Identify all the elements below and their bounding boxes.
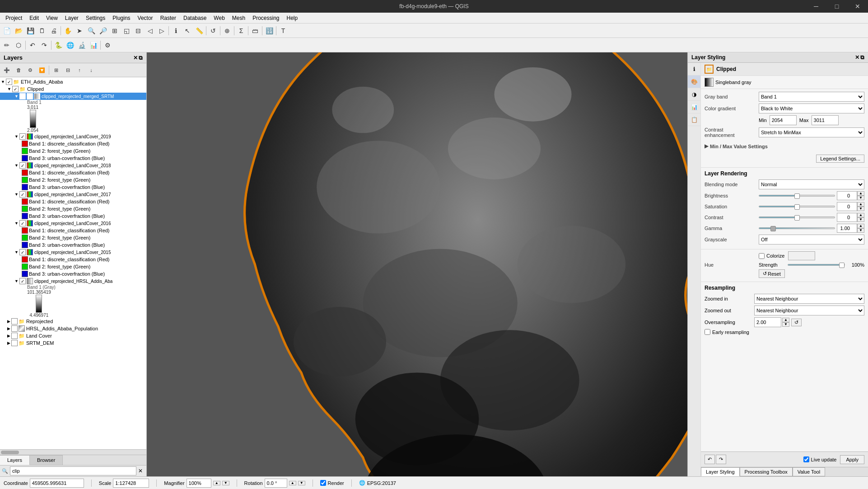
brightness-value-input[interactable] [837, 191, 857, 200]
magnifier-up[interactable]: ▲ [213, 481, 220, 485]
layer-checkbox[interactable] [11, 333, 18, 339]
undo-styling-button[interactable]: ↶ [705, 455, 715, 464]
open-project-button[interactable]: 📂 [13, 25, 24, 37]
gamma-down[interactable]: ▼ [857, 228, 864, 233]
horizontal-scrollbar[interactable] [0, 449, 146, 455]
reset-button[interactable]: ↺ Reset [759, 269, 785, 278]
zoom-custom-button[interactable]: ⊕ [221, 25, 233, 37]
oversampling-reset-button[interactable]: ↺ [791, 319, 802, 326]
plugin2-button[interactable]: 🔬 [76, 39, 88, 51]
menu-vector[interactable]: Vector [134, 14, 157, 22]
oversampling-up[interactable]: ▲ [782, 318, 789, 322]
styling-icon-metadata[interactable]: 📋 [688, 113, 700, 126]
layer-checkbox2[interactable] [27, 93, 33, 99]
select-button[interactable]: ↖ [182, 25, 193, 37]
filter-layers-button[interactable]: 🔽 [36, 64, 48, 76]
layer-checkbox[interactable] [19, 93, 26, 99]
menu-settings[interactable]: Settings [82, 14, 109, 22]
layer-hrsl[interactable]: ▼ clipped_reprojected_HRSL_Addis_Aba [0, 277, 146, 285]
magnifier-down[interactable]: ▼ [222, 481, 229, 485]
search-input[interactable] [10, 466, 136, 475]
digitize-button[interactable]: ✏ [1, 39, 13, 51]
brightness-track[interactable] [759, 195, 835, 197]
layer-land-cover[interactable]: ▶ 📁 Land Cover [0, 332, 146, 339]
layer-checkbox[interactable] [12, 86, 19, 92]
styling-float-icon[interactable]: ⧉ [860, 54, 864, 61]
styling-tab-layer-styling[interactable]: Layer Styling [701, 467, 740, 476]
expand-all-button[interactable]: ⊞ [50, 64, 62, 76]
grayscale-select[interactable]: Off [759, 235, 864, 244]
menu-project[interactable]: Project [2, 14, 26, 22]
brightness-up[interactable]: ▲ [857, 191, 864, 196]
open-layer-props[interactable]: ⚙ [24, 64, 36, 76]
zoom-selection-button[interactable]: ⊟ [132, 25, 144, 37]
contrast-down[interactable]: ▼ [857, 217, 864, 222]
clear-search-button[interactable]: ✕ [136, 467, 145, 475]
layer-hrsl-pop[interactable]: ▶ HRSL_Addis_Ababa_Population [0, 325, 146, 332]
zoom-prev-button[interactable]: ◁ [144, 25, 156, 37]
styling-icon-transparency[interactable]: ◑ [688, 88, 700, 101]
layer-lc2019[interactable]: ▼ clipped_reprojected_LandCover_2019 [0, 133, 146, 140]
saturation-track[interactable] [759, 206, 835, 207]
layer-checkbox[interactable] [11, 318, 18, 324]
oversampling-down[interactable]: ▼ [782, 322, 789, 327]
layer-lc2015[interactable]: ▼ clipped_reprojected_LandCover_2015 [0, 249, 146, 256]
pan-map-button[interactable]: ✋ [62, 25, 74, 37]
refresh-button[interactable]: ↺ [207, 25, 219, 37]
move-up-button[interactable]: ↑ [74, 64, 85, 76]
menu-raster[interactable]: Raster [157, 14, 180, 22]
styling-tab-value-tool[interactable]: Value Tool [793, 467, 825, 476]
plugin3-button[interactable]: 📊 [88, 39, 99, 51]
identify-button[interactable]: ℹ [170, 25, 182, 37]
render-checkbox[interactable] [320, 480, 326, 486]
move-down-button[interactable]: ↓ [85, 64, 97, 76]
layer-srtm[interactable]: ▼ clipped_reprojected_merged_SRTM [0, 93, 146, 100]
layer-checkbox[interactable] [11, 340, 18, 346]
python-button[interactable]: 🐍 [52, 39, 64, 51]
saturation-value-input[interactable] [837, 202, 857, 211]
save-as-button[interactable]: 🗒 [36, 25, 48, 37]
colorize-checkbox[interactable] [759, 253, 765, 259]
contrast-enhancement-select[interactable]: Stretch to MinMax [759, 127, 864, 137]
gray-band-select[interactable]: Band 1 [759, 92, 864, 102]
contrast-up[interactable]: ▲ [857, 213, 864, 217]
redo-styling-button[interactable]: ↷ [716, 455, 726, 464]
min-value-input[interactable] [770, 115, 797, 125]
menu-web[interactable]: Web [210, 14, 228, 22]
zoomed-out-select[interactable]: Nearest Neighbour [754, 306, 864, 315]
remove-layer-button[interactable]: 🗑 [13, 64, 24, 76]
contrast-thumb[interactable] [794, 215, 800, 221]
contrast-track[interactable] [759, 216, 835, 218]
node-tool[interactable]: ⬡ [13, 39, 24, 51]
undo-button[interactable]: ↶ [27, 39, 38, 51]
maximize-button[interactable]: □ [826, 0, 847, 13]
attribute-table-button[interactable]: 🗃 [249, 25, 261, 37]
saturation-down[interactable]: ▼ [857, 207, 864, 211]
pan-map-arrow[interactable]: ➤ [74, 25, 85, 37]
close-button[interactable]: ✕ [847, 0, 868, 13]
menu-mesh[interactable]: Mesh [229, 14, 249, 22]
min-max-settings-label[interactable]: ▶ Min / Max Value Settings [705, 143, 864, 149]
plugin1-button[interactable]: 🌐 [64, 39, 76, 51]
crs-item[interactable]: 🌐 EPSG:20137 [359, 480, 396, 486]
magnifier-input[interactable] [187, 479, 211, 488]
layer-checkbox[interactable] [11, 325, 18, 332]
styling-icon-info[interactable]: ℹ [688, 63, 700, 75]
gamma-value-input[interactable] [837, 224, 857, 233]
legend-settings-button[interactable]: Legend Settings... [816, 155, 864, 163]
styling-icon-histogram[interactable]: 📊 [688, 101, 700, 113]
layer-lc2016[interactable]: ▼ clipped_reprojected_LandCover_2016 [0, 220, 146, 227]
scale-input[interactable] [113, 479, 149, 488]
layer-checkbox[interactable] [19, 133, 26, 140]
blending-mode-select[interactable]: Normal [759, 179, 864, 189]
layer-eth-addis-ababa[interactable]: ▼ 📁 ETH_Addis_Ababa [0, 78, 146, 85]
gamma-thumb[interactable] [770, 226, 776, 231]
menu-database[interactable]: Database [180, 14, 210, 22]
layer-checkbox[interactable] [6, 79, 12, 85]
layers-close-icon[interactable]: ✕ [133, 55, 138, 61]
max-value-input[interactable] [812, 115, 839, 125]
styling-icon-renderer[interactable]: 🎨 [688, 75, 700, 88]
settings2-button[interactable]: ⚙ [102, 39, 113, 51]
coordinate-input[interactable] [30, 479, 84, 488]
rotation-up[interactable]: ▲ [289, 481, 296, 485]
